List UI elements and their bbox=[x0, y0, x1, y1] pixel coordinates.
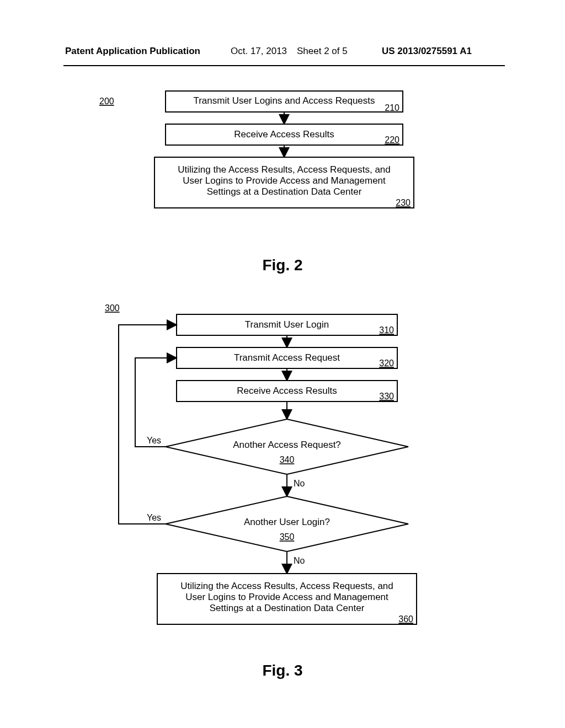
box-310-num: 310 bbox=[379, 325, 394, 335]
decision-340: Another Access Request? 340 bbox=[166, 419, 408, 474]
box-230-l1: Utilizing the Access Results, Access Req… bbox=[178, 164, 391, 175]
box-210-num: 210 bbox=[385, 103, 399, 113]
box-230-l2: User Logins to Provide Access and Manage… bbox=[183, 175, 386, 186]
box-360-l3: Settings at a Destination Data Center bbox=[210, 603, 365, 613]
arrow-340-yes bbox=[135, 358, 177, 447]
edge-350-no-label: No bbox=[294, 556, 305, 565]
flow-box-220: Receive Access Results 220 bbox=[166, 124, 403, 145]
box-330-text: Receive Access Results bbox=[237, 386, 337, 396]
box-360-l2: User Logins to Provide Access and Manage… bbox=[185, 592, 388, 602]
figure-2-svg: 200 Transmit User Logins and Access Requ… bbox=[0, 85, 565, 256]
flow-box-210: Transmit User Logins and Access Requests… bbox=[166, 91, 403, 113]
decision-350: Another User Login? 350 bbox=[166, 496, 408, 552]
publication-label: Patent Application Publication bbox=[65, 46, 200, 57]
box-320-text: Transmit Access Request bbox=[234, 352, 340, 363]
decision-350-num: 350 bbox=[280, 532, 295, 542]
box-330-num: 330 bbox=[379, 392, 394, 401]
edge-340-no-label: No bbox=[294, 479, 305, 488]
flow-box-360: Utilizing the Access Results, Access Req… bbox=[157, 574, 417, 624]
edge-350-yes-label: Yes bbox=[147, 513, 161, 522]
sheet-number: Sheet 2 of 5 bbox=[297, 46, 348, 57]
page-header: Patent Application Publication Oct. 17, … bbox=[0, 46, 565, 60]
box-230-num: 230 bbox=[396, 198, 411, 207]
figure-3-label: Fig. 3 bbox=[0, 662, 565, 679]
box-360-l1: Utilizing the Access Results, Access Req… bbox=[180, 581, 393, 591]
arrow-350-yes bbox=[119, 325, 177, 524]
flow-box-310: Transmit User Login 310 bbox=[177, 314, 397, 335]
decision-350-text: Another User Login? bbox=[244, 517, 330, 527]
publication-date: Oct. 17, 2013 bbox=[231, 46, 287, 57]
figure-2-ref: 200 bbox=[99, 97, 114, 106]
box-230-l3: Settings at a Destination Data Center bbox=[207, 186, 362, 197]
header-rule bbox=[63, 65, 505, 66]
box-320-num: 320 bbox=[379, 358, 394, 368]
page: Patent Application Publication Oct. 17, … bbox=[0, 0, 565, 728]
decision-340-text: Another Access Request? bbox=[233, 440, 341, 450]
box-210-text: Transmit User Logins and Access Requests bbox=[193, 95, 375, 106]
figure-2-label: Fig. 2 bbox=[0, 256, 565, 274]
application-number: US 2013/0275591 A1 bbox=[382, 46, 472, 57]
flow-box-320: Transmit Access Request 320 bbox=[177, 347, 397, 368]
figure-3-svg: 300 Transmit User Login 310 Transmit Acc… bbox=[0, 292, 565, 667]
figure-3-ref: 300 bbox=[105, 303, 120, 313]
box-220-text: Receive Access Results bbox=[234, 129, 334, 140]
edge-340-yes-label: Yes bbox=[147, 436, 161, 445]
flow-box-330: Receive Access Results 330 bbox=[177, 381, 397, 402]
flow-box-230: Utilizing the Access Results, Access Req… bbox=[154, 157, 414, 208]
box-360-num: 360 bbox=[398, 614, 413, 624]
box-310-text: Transmit User Login bbox=[245, 319, 329, 330]
decision-340-num: 340 bbox=[280, 455, 295, 464]
box-220-num: 220 bbox=[385, 135, 399, 144]
